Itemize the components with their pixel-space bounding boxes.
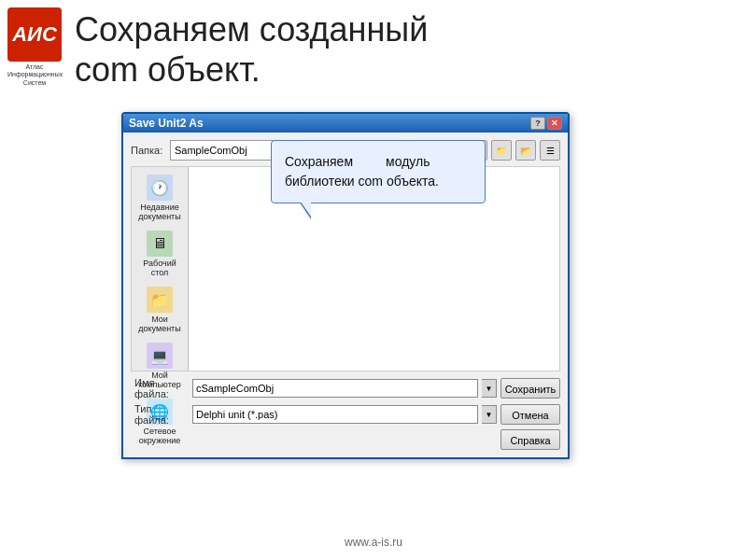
bottom-fields: Имя файла: ▼ Сохранить Тип файла: Delphi… <box>131 377 560 450</box>
cancel-button[interactable]: Отмена <box>500 404 560 425</box>
filename-combo-arrow[interactable]: ▼ <box>482 379 497 398</box>
filename-row: Имя файла: ▼ Сохранить <box>131 377 560 399</box>
filename-input[interactable] <box>192 379 478 398</box>
footer: www.a-is.ru <box>0 536 747 549</box>
filetype-value: Delphi unit (*.pas) <box>196 409 277 420</box>
folder-label: Папка: <box>131 145 166 156</box>
mydocs-icon: 📁 <box>147 287 173 313</box>
dialog-titlebar: Save Unit2 As ? ✕ <box>123 114 568 133</box>
filetype-combo-arrow[interactable]: ▼ <box>482 405 497 424</box>
shortcut-mydocs-label: Мои документы <box>135 315 184 333</box>
nav-up-button[interactable]: 📁 <box>491 140 512 161</box>
recent-icon: 🕐 <box>147 175 173 201</box>
filetype-label: Тип файла: <box>131 403 189 426</box>
callout-bubble: Сохраняем модульбиблиотеки com объекта. <box>271 140 486 203</box>
shortcut-desktop[interactable]: 🖥 Рабочий стол <box>134 227 186 281</box>
logo-subtitle: АтласИнформационныхСистем <box>7 63 62 87</box>
shortcut-recent-label: Недавниедокументы <box>138 203 180 221</box>
footer-url: www.a-is.ru <box>345 536 402 549</box>
save-button[interactable]: Сохранить <box>500 378 560 399</box>
desktop-icon: 🖥 <box>147 231 173 257</box>
shortcut-recent[interactable]: 🕐 Недавниедокументы <box>134 171 186 225</box>
page-title: Сохраняем созданныйcom объект. <box>75 9 728 90</box>
logo: АИС <box>7 7 62 62</box>
help-button[interactable]: Справка <box>500 429 560 450</box>
new-folder-button[interactable]: 📂 <box>515 140 536 161</box>
dialog-close-button[interactable]: ✕ <box>547 117 562 130</box>
shortcut-mydocs[interactable]: 📁 Мои документы <box>134 283 186 337</box>
callout-text: Сохраняем модульбиблиотеки com объекта. <box>285 154 439 189</box>
view-button[interactable]: ☰ <box>540 140 560 161</box>
shortcuts-sidebar: 🕐 Недавниедокументы 🖥 Рабочий стол 📁 Мои… <box>131 166 189 371</box>
shortcut-desktop-label: Рабочий стол <box>135 259 184 277</box>
dialog-help-button[interactable]: ? <box>530 117 545 130</box>
mypc-icon: 💻 <box>147 343 173 369</box>
filetype-input[interactable]: Delphi unit (*.pas) <box>192 405 478 424</box>
help-row: Справка <box>131 429 560 450</box>
filetype-row: Тип файла: Delphi unit (*.pas) ▼ Отмена <box>131 403 560 426</box>
dialog-title: Save Unit2 As <box>129 117 204 130</box>
folder-combo-value: SampleComObj <box>175 145 247 156</box>
filename-label: Имя файла: <box>131 377 189 399</box>
logo-symbol: АИС <box>12 24 57 45</box>
dialog-title-buttons: ? ✕ <box>530 117 562 130</box>
